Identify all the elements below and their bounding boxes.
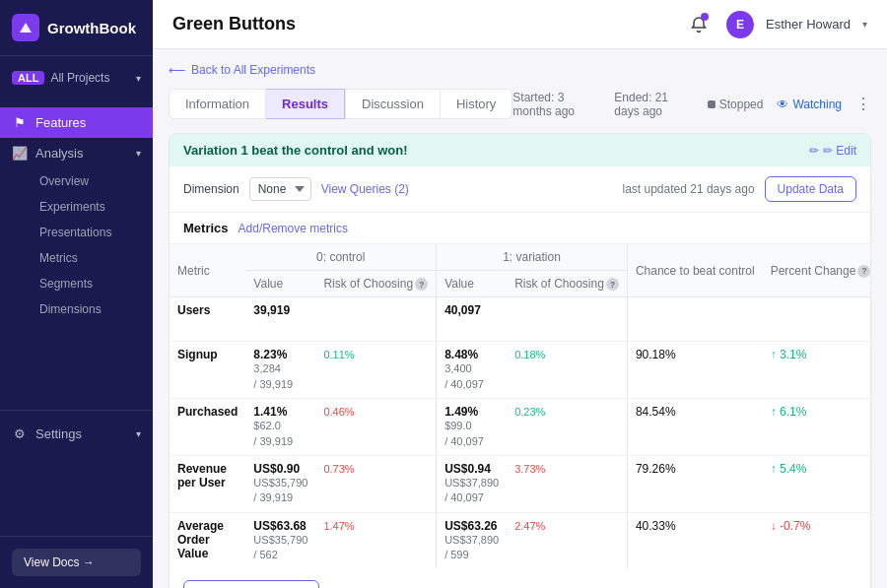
help-icon[interactable]: ? — [606, 278, 619, 291]
add-remove-metrics-link[interactable]: Add/Remove metrics — [239, 222, 348, 235]
tab-information[interactable]: Information — [169, 89, 266, 119]
back-label: Back to All Experiments — [191, 63, 315, 77]
user-name: Esther Howard — [766, 17, 851, 32]
sidebar-item-dimensions[interactable]: Dimensions — [28, 296, 153, 322]
results-panel: Variation 1 beat the control and won! ✏ … — [169, 133, 871, 588]
tab-results[interactable]: Results — [266, 89, 345, 119]
back-arrow-icon: ⟵ — [169, 63, 185, 77]
status-badge: Stopped — [708, 98, 764, 111]
metrics-table: Metric 0: control 1: variation Chance to… — [170, 244, 870, 568]
eye-icon: 👁 — [777, 98, 788, 111]
variation-risk: 3.73% — [507, 455, 627, 512]
started-meta: Started: 3 months ago — [512, 91, 600, 118]
control-value: 39,919 — [245, 297, 315, 342]
table-row: Revenue per User US$0.90 US$35,790/ 39,9… — [170, 455, 870, 512]
edit-button[interactable]: ✏ ✏ Edit — [809, 144, 856, 158]
stopped-icon — [708, 100, 716, 108]
topbar: Green Buttons E Esther Howard ▾ — [153, 0, 887, 49]
th-variation-risk: Risk of Choosing? — [507, 271, 627, 297]
control-value: 8.23% 3,284/ 39,919 — [245, 342, 315, 399]
all-projects-label: All Projects — [50, 71, 109, 85]
more-options-button[interactable]: ⋮ — [855, 95, 871, 113]
last-updated-text: last updated 21 days ago — [623, 182, 755, 196]
variation-value: US$0.94 US$37,890/ 40,097 — [437, 455, 508, 512]
sidebar-item-label: Analysis — [35, 146, 83, 161]
table-row: Users 39,919 40,097 — [170, 297, 870, 342]
sidebar-item-presentations[interactable]: Presentations — [28, 220, 153, 245]
notifications-button[interactable] — [683, 9, 715, 40]
view-queries-link[interactable]: View Queries (2) — [321, 182, 409, 196]
control-risk-value: 1.47% — [323, 520, 354, 532]
back-link[interactable]: ⟵ Back to All Experiments — [169, 63, 871, 77]
ended-meta: Ended: 21 days ago — [614, 91, 693, 118]
metric-name: Signup — [170, 342, 245, 399]
control-sub: 3,284/ 39,919 — [253, 361, 307, 392]
content-area: ⟵ Back to All Experiments Information Re… — [153, 49, 887, 588]
variation-sub: US$37,890/ 40,097 — [444, 476, 499, 506]
control-risk: 0.73% — [315, 455, 436, 512]
percent-change: ↑ 6.1% — [763, 399, 870, 456]
th-pct-change: Percent Change? — [763, 244, 870, 297]
tabs-row: Information Results Discussion History S… — [169, 89, 871, 119]
sidebar: GrowthBook ALL All Projects ▾ ⚑ Features… — [0, 0, 153, 588]
variation-risk: 0.23% — [507, 399, 627, 456]
winner-banner: Variation 1 beat the control and won! ✏ … — [170, 134, 870, 166]
percent-change: ↑ 3.1% — [763, 342, 870, 399]
table-row: Average Order Value US$63.68 US$35,790/ … — [170, 512, 870, 568]
help-icon[interactable]: ? — [415, 278, 428, 291]
update-data-button[interactable]: Update Data — [765, 176, 856, 202]
settings-icon: ⚙ — [12, 426, 28, 441]
sidebar-item-label: Features — [35, 115, 86, 130]
sidebar-item-experiments[interactable]: Experiments — [28, 194, 153, 220]
control-sub: US$35,790/ 562 — [253, 533, 307, 563]
app-name: GrowthBook — [47, 20, 136, 36]
variation-risk: 2.47% — [507, 512, 627, 568]
sidebar-footer: View Docs → — [0, 536, 153, 588]
chevron-down-icon: ▾ — [136, 428, 141, 439]
all-projects-section: ALL All Projects ▾ — [0, 56, 153, 99]
all-projects-item[interactable]: ALL All Projects ▾ — [0, 64, 153, 92]
control-value: US$63.68 US$35,790/ 562 — [245, 512, 315, 568]
control-sub: $62.0/ 39,919 — [253, 419, 307, 449]
control-sub: US$35,790/ 39,919 — [253, 476, 307, 506]
percent-change: ↑ 5.4% — [763, 455, 870, 512]
chevron-down-icon: ▾ — [136, 73, 141, 84]
view-docs-button[interactable]: View Docs → — [12, 549, 141, 576]
sidebar-item-overview[interactable]: Overview — [28, 168, 153, 194]
variation-risk: 0.18% — [507, 342, 627, 399]
th-control-risk: Risk of Choosing? — [315, 271, 436, 297]
download-notebook-button[interactable]: Download Notebook — [183, 580, 319, 588]
percent-change: ↓ -0.7% — [763, 512, 870, 568]
watching-button[interactable]: 👁 Watching — [777, 98, 842, 111]
variation-sub: 3,400/ 40,097 — [444, 361, 499, 392]
sidebar-item-features[interactable]: ⚑ Features — [0, 107, 153, 138]
variation-value: 40,097 — [437, 297, 508, 342]
user-menu-chevron-icon[interactable]: ▾ — [862, 19, 867, 30]
chance-to-beat: 40.33% — [627, 512, 762, 568]
dimension-select[interactable]: None — [249, 177, 311, 201]
tab-discussion[interactable]: Discussion — [345, 89, 441, 119]
sidebar-logo: GrowthBook — [0, 0, 153, 56]
logo-icon — [12, 14, 39, 41]
control-risk: 1.47% — [315, 512, 436, 568]
view-docs-label: View Docs → — [24, 555, 95, 569]
sidebar-item-settings[interactable]: ⚙ Settings ▾ — [0, 419, 153, 449]
control-risk-value: 0.46% — [323, 406, 354, 418]
sidebar-item-segments[interactable]: Segments — [28, 271, 153, 296]
dimension-label: Dimension — [183, 182, 239, 196]
analysis-icon: 📈 — [12, 146, 28, 161]
sidebar-item-metrics[interactable]: Metrics — [28, 245, 153, 271]
help-icon[interactable]: ? — [857, 265, 870, 278]
variation-sub: $99.0/ 40,097 — [444, 419, 499, 449]
variation-value: US$63.26 US$37,890/ 599 — [437, 512, 508, 568]
download-area: Download Notebook — [170, 568, 870, 588]
sidebar-item-analysis[interactable]: 📈 Analysis ▾ — [0, 138, 153, 168]
tab-history[interactable]: History — [441, 89, 512, 119]
experiment-tabs: Information Results Discussion History — [169, 89, 512, 119]
th-variation-group: 1: variation — [437, 244, 628, 271]
main-area: Green Buttons E Esther Howard ▾ ⟵ Back t… — [153, 0, 887, 588]
table-row: Purchased 1.41% $62.0/ 39,919 0.46% 1.49… — [170, 399, 870, 456]
features-section: ⚑ Features 📈 Analysis ▾ Overview Experim… — [0, 99, 153, 330]
variation-risk-value: 3.73% — [514, 463, 545, 475]
topbar-right: E Esther Howard ▾ — [683, 9, 867, 40]
